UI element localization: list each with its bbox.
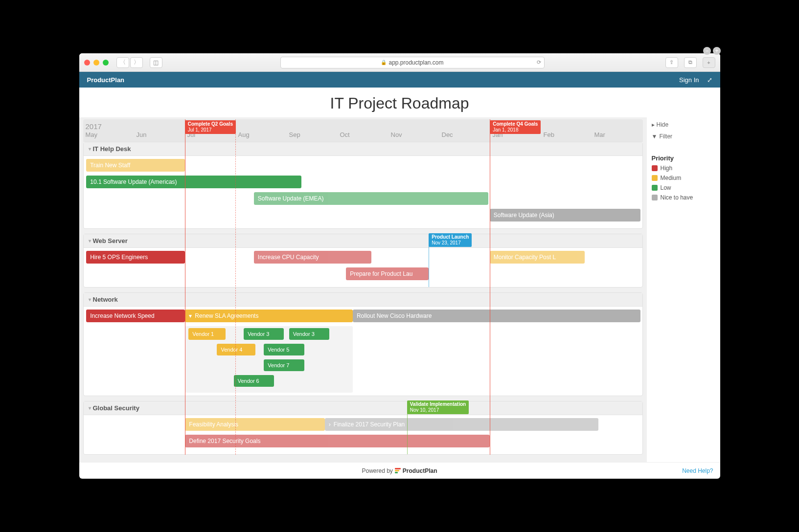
year-label: [236, 122, 287, 131]
month-label: May: [83, 131, 134, 138]
roadmap-bar[interactable]: Rollout New Cisco Hardware: [353, 310, 640, 322]
roadmap-bar[interactable]: Software Update (Asia): [490, 209, 640, 222]
roadmap-bar[interactable]: Monitor Capacity Post L: [490, 251, 585, 264]
tabs-button[interactable]: ⧉: [684, 57, 697, 68]
year-label: 2017: [83, 122, 134, 131]
month-label: Aug: [236, 131, 287, 138]
roadmap-sub-bar[interactable]: Vendor 7: [264, 359, 304, 371]
milestone-date: Nov 23, 2017: [432, 240, 469, 246]
bar-label: Vendor 4: [221, 347, 242, 353]
roadmap-bar[interactable]: ▾Renew SLA Agreements: [185, 310, 353, 322]
month-label: Nov: [388, 131, 439, 138]
legend-item[interactable]: Low: [652, 184, 715, 191]
bar-label: Increase Network Speed: [90, 312, 154, 319]
month-label: Feb: [541, 131, 592, 138]
lane-header[interactable]: ▾Network: [84, 293, 642, 307]
lane-row: Feasibility Analysis›Finalize 2017 Secur…: [84, 418, 642, 433]
milestone-label: Validate Implementation: [410, 401, 466, 407]
fullscreen-icon[interactable]: ⤢: [707, 76, 712, 84]
chevron-down-icon: ▾: [89, 297, 91, 302]
roadmap-sub-bar[interactable]: Vendor 5: [264, 344, 304, 355]
lane-header[interactable]: ▾Web Server: [84, 234, 642, 248]
timeline-header: 20172018 MayJunJulAugSepOctNovDecJanFebM…: [83, 119, 643, 142]
bar-label: Vendor 7: [268, 362, 289, 368]
bar-label: Vendor 3: [293, 331, 315, 337]
sub-row: Vendor 1Vendor 3Vendor 3: [185, 328, 353, 342]
lane-title: Web Server: [93, 237, 128, 244]
roadmap-bar[interactable]: Prepare for Product Lau: [346, 267, 429, 280]
month-label: Mar: [592, 131, 643, 138]
swatch-icon: [652, 175, 658, 181]
roadmap-bar[interactable]: 10.1 Software Update (Americas): [86, 176, 301, 188]
roadmap-sub-bar[interactable]: Vendor 1: [188, 328, 225, 340]
bar-label: Software Update (Asia): [494, 212, 554, 219]
lane-title: Network: [93, 296, 118, 303]
chevron-down-icon: ▾: [189, 312, 192, 319]
lane-title: Global Security: [93, 404, 139, 412]
chevron-right-icon: ›: [329, 421, 331, 428]
bar-label: Software Update (EMEA): [258, 195, 324, 202]
roadmap-bar[interactable]: Define 2017 Security Goals: [185, 435, 489, 447]
legend-item[interactable]: High: [652, 165, 715, 172]
address-bar[interactable]: 🔒 app.productplan.com ⟳: [280, 57, 545, 68]
close-window-button[interactable]: [84, 60, 90, 66]
back-button[interactable]: 〈: [116, 57, 129, 68]
share-button[interactable]: ⇪: [665, 57, 678, 68]
swatch-icon: [652, 195, 658, 200]
roadmap-sub-bar[interactable]: Vendor 6: [234, 375, 274, 387]
roadmap-sub-bar[interactable]: Vendor 3: [289, 328, 329, 340]
swatch-icon: [652, 165, 658, 171]
zoom-in-button[interactable]: +: [713, 53, 720, 55]
zoom-out-button[interactable]: −: [703, 53, 711, 55]
chevron-down-icon: ▾: [89, 405, 91, 411]
lane-group: ▾Web ServerHire 5 OPS EngineersIncrease …: [83, 234, 643, 288]
new-tab-button[interactable]: +: [703, 57, 715, 68]
hide-panel-button[interactable]: ▸ Hide: [652, 121, 715, 128]
milestone-date: Nov 10, 2017: [410, 407, 466, 413]
sign-in-link[interactable]: Sign In: [679, 76, 699, 84]
browser-chrome: 〈 〉 ◫ 🔒 app.productplan.com ⟳ ⇪ ⧉ +: [79, 53, 720, 72]
maximize-window-button[interactable]: [103, 60, 109, 66]
reload-icon[interactable]: ⟳: [537, 59, 541, 66]
lane-group: ▾IT Help DeskTrain New Staff10.1 Softwar…: [83, 142, 643, 229]
roadmap-bar[interactable]: Feasibility Analysis: [185, 418, 325, 431]
brand-label[interactable]: ProductPlan: [87, 76, 125, 84]
chevron-down-icon: ▾: [89, 146, 91, 152]
bar-label: Increase CPU Capacity: [258, 254, 319, 261]
lane-header[interactable]: ▾Global Security: [84, 401, 642, 415]
side-panel: ▸ Hide ▼ Filter Priority HighMediumLowNi…: [647, 117, 720, 462]
lane-row: Increase Network Speed▾Renew SLA Agreeme…: [84, 310, 642, 324]
milestone-flag[interactable]: Product LaunchNov 23, 2017: [429, 233, 472, 247]
legend-label: High: [661, 165, 673, 172]
roadmap-canvas[interactable]: 20172018 MayJunJulAugSepOctNovDecJanFebM…: [79, 117, 647, 462]
lane-group: ▾Global SecurityFeasibility Analysis›Fin…: [83, 401, 643, 455]
year-label: [287, 122, 338, 131]
productplan-logo[interactable]: ProductPlan: [395, 467, 437, 474]
roadmap-bar[interactable]: Increase CPU Capacity: [254, 251, 371, 264]
forward-button[interactable]: 〉: [130, 57, 143, 68]
roadmap-bar[interactable]: Hire 5 OPS Engineers: [86, 251, 185, 264]
year-label: 2018: [490, 122, 541, 131]
lane-body: Feasibility Analysis›Finalize 2017 Secur…: [84, 415, 642, 454]
year-label: [592, 122, 643, 131]
lane-row: Prepare for Product Lau: [84, 267, 642, 282]
roadmap-bar[interactable]: Software Update (EMEA): [254, 192, 489, 205]
bar-label: Vendor 5: [268, 347, 289, 353]
roadmap-sub-bar[interactable]: Vendor 3: [244, 328, 284, 340]
roadmap-sub-bar[interactable]: Vendor 4: [217, 344, 255, 355]
year-label: [388, 122, 439, 131]
help-link[interactable]: Need Help?: [682, 467, 713, 474]
lane-header[interactable]: ▾IT Help Desk: [84, 142, 642, 156]
milestone-flag[interactable]: Validate ImplementationNov 10, 2017: [407, 400, 469, 414]
url-text: app.productplan.com: [388, 59, 443, 66]
roadmap-bar[interactable]: Train New Staff: [86, 159, 185, 172]
legend-item[interactable]: Medium: [652, 175, 715, 181]
filter-button[interactable]: ▼ Filter: [652, 133, 715, 140]
minimize-window-button[interactable]: [93, 60, 99, 66]
sidebar-toggle-button[interactable]: ◫: [150, 57, 162, 68]
roadmap-bar[interactable]: ›Finalize 2017 Security Plan: [325, 418, 599, 431]
legend-item[interactable]: Nice to have: [652, 194, 715, 201]
window-controls: [84, 60, 109, 66]
roadmap-bar[interactable]: Increase Network Speed: [86, 310, 185, 322]
sub-row: Vendor 6: [185, 375, 353, 389]
